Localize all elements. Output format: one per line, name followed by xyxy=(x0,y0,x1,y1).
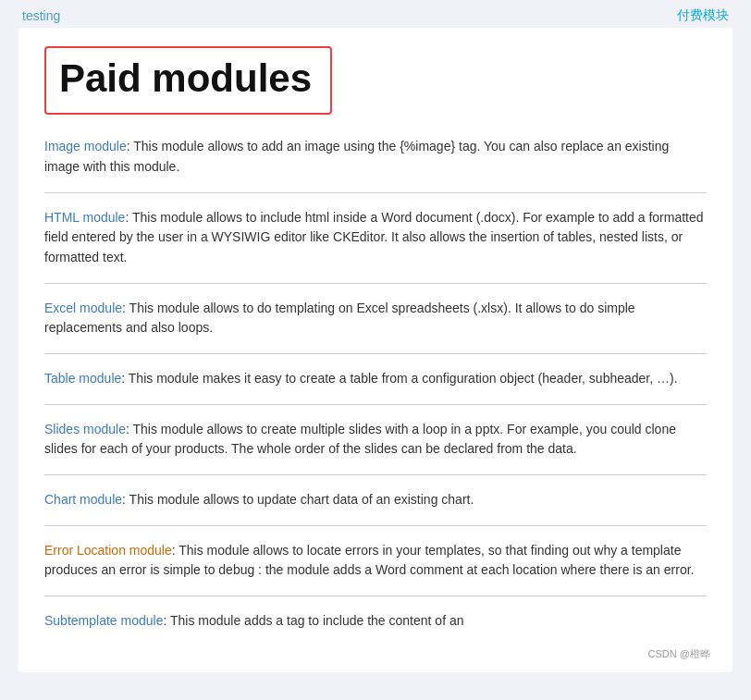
chart-module-desc: : This module allows to update chart dat… xyxy=(122,492,474,507)
main-content: Paid modules Image module: This module a… xyxy=(18,28,733,672)
module-list: Image module: This module allows to add … xyxy=(44,137,707,646)
list-item: Image module: This module allows to add … xyxy=(44,137,707,192)
slides-module-desc: : This module allows to create multiple … xyxy=(44,422,676,457)
page-wrapper: testing 付费模块 Paid modules Image module: … xyxy=(0,0,751,700)
slides-module-link[interactable]: Slides module xyxy=(44,422,126,436)
image-module-link[interactable]: Image module xyxy=(44,139,127,154)
chart-module-link[interactable]: Chart module xyxy=(44,492,122,507)
table-module-link[interactable]: Table module xyxy=(44,371,121,386)
list-item: Table module: This module makes it easy … xyxy=(44,354,707,405)
list-item: Chart module: This module allows to upda… xyxy=(44,475,707,526)
list-item: Subtemplate module: This module adds a t… xyxy=(44,596,707,646)
subtemplate-module-link[interactable]: Subtemplate module xyxy=(44,613,163,628)
subtemplate-module-desc: : This module adds a tag to include the … xyxy=(163,613,463,628)
list-item: Slides module: This module allows to cre… xyxy=(44,405,707,475)
list-item: Error Location module: This module allow… xyxy=(44,526,707,596)
testing-link[interactable]: testing xyxy=(22,8,60,23)
list-item: HTML module: This module allows to inclu… xyxy=(44,193,707,284)
error-location-module-link[interactable]: Error Location module xyxy=(44,543,172,558)
list-item: Excel module: This module allows to do t… xyxy=(44,284,707,354)
html-module-link[interactable]: HTML module xyxy=(44,210,125,225)
excel-module-desc: : This module allows to do templating on… xyxy=(44,301,635,336)
watermark: CSDN @橙晔 xyxy=(648,647,710,661)
paid-modules-link[interactable]: 付费模块 xyxy=(677,7,729,24)
excel-module-link[interactable]: Excel module xyxy=(44,301,122,315)
html-module-desc: : This module allows to include html ins… xyxy=(44,210,704,264)
table-module-desc: : This module makes it easy to create a … xyxy=(121,371,677,386)
image-module-desc: : This module allows to add an image usi… xyxy=(44,139,669,174)
page-title: Paid modules xyxy=(59,57,312,100)
top-bar: testing xyxy=(0,0,751,24)
heading-box: Paid modules xyxy=(44,46,332,115)
